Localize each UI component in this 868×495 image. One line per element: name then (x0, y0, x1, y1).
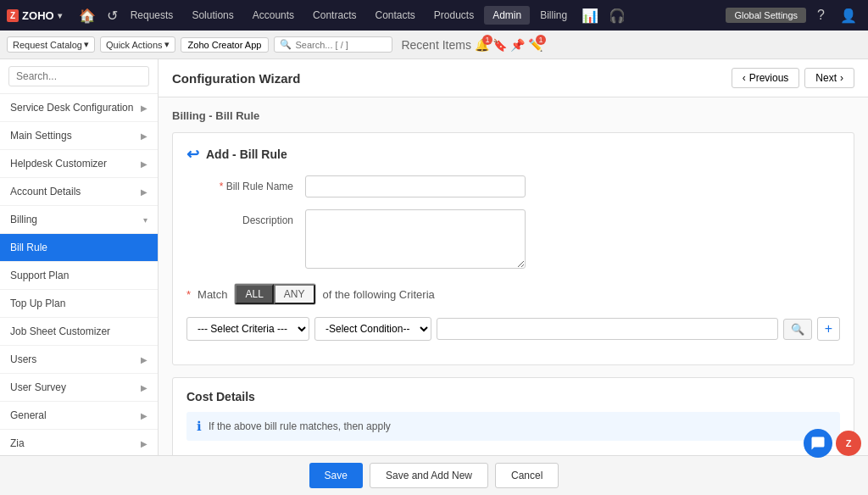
notification-bell[interactable]: 🔔 1 (475, 38, 489, 52)
section-header: ↩ Add - Bill Rule (186, 145, 840, 164)
search-bar: 🔍 (274, 36, 392, 53)
recent-items-label[interactable]: Recent Items (401, 38, 470, 52)
sidebar-search-container (0, 59, 158, 94)
logo: Z ZOHO ▾ (7, 9, 62, 22)
criteria-search-button[interactable]: 🔍 (783, 319, 812, 340)
request-catalog-select[interactable]: Request Catalog ▾ (7, 36, 95, 53)
sidebar-label-main-settings: Main Settings (10, 130, 72, 142)
back-arrow-icon[interactable]: ↩ (186, 145, 199, 164)
logo-dropdown-arrow[interactable]: ▾ (58, 11, 62, 20)
quick-actions-arrow: ▾ (164, 39, 170, 50)
sidebar-item-support-plan[interactable]: Support Plan (0, 262, 158, 290)
save-button[interactable]: Save (309, 463, 363, 488)
select-condition-dropdown[interactable]: -Select Condition-- (314, 317, 431, 341)
nav-requests[interactable]: Requests (122, 6, 182, 25)
sidebar-item-service-desk-configuration[interactable]: Service Desk Configuration ▶ (0, 94, 158, 122)
sidebar-item-account-details[interactable]: Account Details ▶ (0, 178, 158, 206)
chevron-left-icon: ‹ (743, 72, 746, 84)
breadcrumb: Billing - Bill Rule (172, 109, 854, 122)
criteria-value-input[interactable] (437, 318, 778, 340)
zoho-creator-app-button[interactable]: Zoho Creator App (181, 37, 270, 53)
sidebar-label-support-plan: Support Plan (10, 270, 69, 281)
pin-icon[interactable]: 📌 (510, 38, 525, 52)
nav-admin[interactable]: Admin (484, 6, 530, 25)
chat-widget: Z (804, 429, 861, 458)
headset-icon[interactable]: 🎧 (604, 6, 630, 25)
sidebar-search-input[interactable] (8, 66, 149, 86)
description-textarea[interactable] (305, 209, 526, 269)
nav-contracts[interactable]: Contracts (304, 6, 364, 25)
quick-actions-label: Quick Actions (106, 40, 163, 50)
sidebar-item-top-up-plan[interactable]: Top Up Plan (0, 290, 158, 318)
billing-breadcrumb: Billing (172, 109, 206, 122)
chat-icon (810, 436, 826, 451)
bill-rule-name-row: * Bill Rule Name (186, 175, 840, 197)
notification-count: 1 (482, 35, 492, 45)
sidebar-item-general[interactable]: General ▶ (0, 402, 158, 430)
nav-right: Global Settings ? 👤 (726, 6, 861, 25)
sidebar-arrow-service-desk: ▶ (141, 103, 147, 113)
sidebar-item-users[interactable]: Users ▶ (0, 346, 158, 374)
refresh-icon[interactable]: ↺ (103, 6, 122, 25)
cancel-button[interactable]: Cancel (495, 463, 559, 488)
hint-text: If the above bill rule matches, then app… (209, 420, 391, 432)
nav-accounts[interactable]: Accounts (244, 6, 303, 25)
next-button[interactable]: Next › (804, 68, 854, 88)
match-all-button[interactable]: ALL (235, 284, 273, 304)
criteria-label: of the following Criteria (323, 288, 435, 301)
alert-icon-wrapper: ✏️ 1 (528, 38, 542, 52)
nav-items: Requests Solutions Accounts Contracts Co… (122, 6, 726, 25)
sidebar-label-top-up-plan: Top Up Plan (10, 298, 65, 309)
header-buttons: ‹ Previous Next › (732, 68, 854, 88)
select-criteria-dropdown[interactable]: --- Select Criteria --- (186, 317, 309, 341)
chat-button[interactable] (804, 429, 832, 458)
bill-rule-name-input[interactable] (305, 175, 526, 197)
description-row: Description (186, 209, 840, 271)
user-icon[interactable]: 👤 (836, 6, 861, 25)
bottom-action-bar: Save Save and Add New Cancel (0, 455, 868, 495)
match-any-button[interactable]: ANY (274, 284, 315, 304)
sidebar-label-account: Account Details (10, 186, 81, 197)
next-label: Next (815, 72, 837, 84)
sidebar-arrow-billing: ▾ (143, 215, 147, 225)
sidebar-label-service-desk: Service Desk Configuration (10, 102, 133, 114)
previous-label: Previous (749, 72, 789, 84)
quick-actions-select[interactable]: Quick Actions ▾ (100, 36, 175, 53)
save-and-add-new-button[interactable]: Save and Add New (370, 463, 488, 488)
description-input-wrapper (305, 209, 840, 271)
nav-solutions[interactable]: Solutions (183, 6, 242, 25)
sidebar-arrow-general: ▶ (141, 411, 147, 420)
sidebar-item-zia[interactable]: Zia ▶ (0, 430, 158, 458)
zoho-brand-button[interactable]: Z (836, 431, 861, 456)
sidebar-label-helpdesk: Helpdesk Customizer (10, 158, 107, 170)
request-catalog-label: Request Catalog (13, 40, 82, 50)
bookmark-icon[interactable]: 🔖 (492, 38, 507, 52)
global-settings-button[interactable]: Global Settings (726, 8, 806, 23)
sidebar-item-billing[interactable]: Billing ▾ (0, 206, 158, 234)
sidebar-item-bill-rule[interactable]: Bill Rule (0, 234, 158, 262)
sidebar-label-job-sheet: Job Sheet Customizer (10, 325, 110, 337)
sidebar-arrow-main-settings: ▶ (141, 131, 147, 141)
sidebar-label-billing: Billing (10, 214, 37, 225)
home-icon[interactable]: 🏠 (72, 8, 103, 24)
sidebar-arrow-account: ▶ (141, 187, 147, 197)
sidebar-item-job-sheet-customizer[interactable]: Job Sheet Customizer (0, 318, 158, 346)
search-input[interactable] (295, 40, 387, 50)
nav-contacts[interactable]: Contacts (366, 6, 423, 25)
sidebar-item-user-survey[interactable]: User Survey ▶ (0, 374, 158, 402)
criteria-add-button[interactable]: + (817, 317, 840, 341)
bill-rule-name-label: * Bill Rule Name (186, 175, 305, 192)
sidebar-item-main-settings[interactable]: Main Settings ▶ (0, 122, 158, 150)
bill-rule-name-text: Bill Rule Name (226, 181, 293, 192)
sidebar-item-helpdesk-customizer[interactable]: Helpdesk Customizer ▶ (0, 150, 158, 178)
logo-icon: Z (7, 9, 19, 22)
sub-navigation: Request Catalog ▾ Quick Actions ▾ Zoho C… (0, 31, 868, 59)
add-bill-rule-section: ↩ Add - Bill Rule * Bill Rule Name Descr… (172, 132, 854, 365)
help-icon[interactable]: ? (813, 6, 829, 25)
nav-billing[interactable]: Billing (531, 6, 576, 25)
reports-icon[interactable]: 📊 (577, 6, 603, 25)
sidebar-label-users: Users (10, 353, 36, 365)
nav-products[interactable]: Products (426, 6, 482, 25)
sidebar-label-general: General (10, 409, 47, 421)
previous-button[interactable]: ‹ Previous (732, 68, 800, 88)
